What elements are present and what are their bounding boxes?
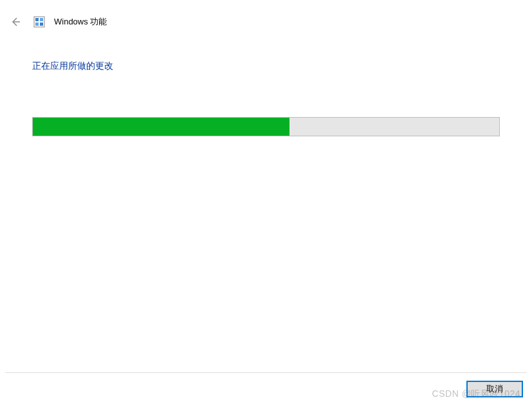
svg-rect-4 bbox=[40, 23, 43, 26]
window-header: Windows 功能 bbox=[0, 0, 532, 35]
back-arrow-icon[interactable] bbox=[9, 15, 22, 28]
windows-features-icon bbox=[33, 16, 45, 28]
svg-rect-3 bbox=[35, 23, 39, 26]
status-heading: 正在应用所做的更改 bbox=[32, 60, 500, 72]
cancel-button[interactable]: 取消 bbox=[466, 381, 523, 397]
footer-bar: 取消 bbox=[5, 372, 527, 397]
window-title: Windows 功能 bbox=[54, 16, 107, 28]
content-area: 正在应用所做的更改 bbox=[0, 35, 532, 136]
progress-bar-track bbox=[32, 117, 500, 136]
progress-bar-fill bbox=[33, 118, 289, 136]
svg-rect-2 bbox=[40, 18, 43, 21]
svg-rect-1 bbox=[35, 18, 39, 21]
